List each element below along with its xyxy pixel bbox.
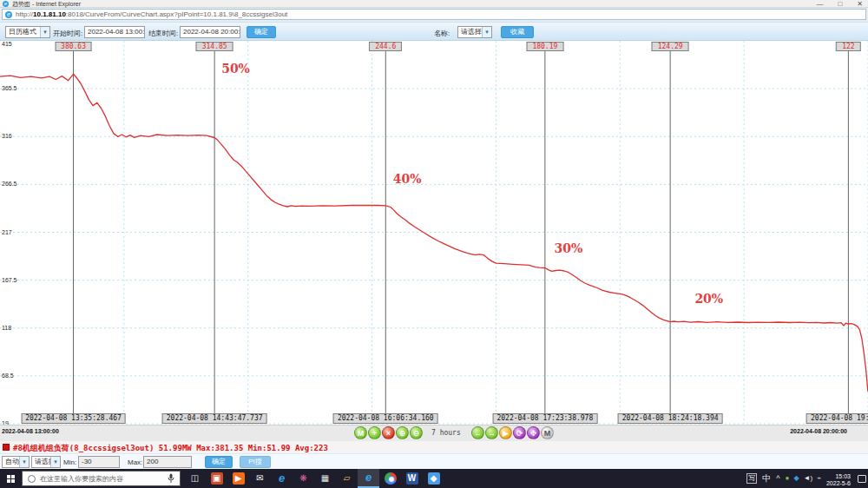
word-icon[interactable]: W [401, 469, 423, 488]
ie-logo-icon: e [3, 1, 9, 7]
search-placeholder: 在这里输入你要搜索的内容 [40, 474, 168, 484]
blue-app-icon[interactable]: ◆ [423, 469, 444, 488]
chart-toolbar: 2022-04-08 13:00:00 M+×⊕⊖ 7 hours ←→▶⟳✥M… [0, 425, 868, 441]
cursor-time-label[interactable]: 2022-04-08 13:35:28.467 [21, 413, 126, 424]
minimize-button[interactable]: — [816, 0, 823, 8]
cursor-time-label[interactable]: 2022-04-08 17:23:38.978 [492, 413, 597, 424]
taskbar-clock[interactable]: 15:03 2022-5-6 [826, 471, 851, 487]
file-explorer-icon[interactable]: ▱ [336, 469, 358, 488]
calculator-icon: ▦ [319, 472, 332, 485]
calculator-icon[interactable]: ▦ [314, 469, 336, 488]
cursor-value-label[interactable]: 124.29 [652, 42, 689, 51]
task-view-icon: ◫ [189, 472, 201, 485]
name-label: 名称: [434, 29, 450, 38]
start-time-input[interactable]: 2022-04-08 13:00:00 [84, 26, 145, 38]
cursor-value-label[interactable]: 380.63 [55, 42, 92, 51]
zoom-in-button[interactable]: ⊕ [396, 426, 409, 439]
pan-right-button[interactable]: → [485, 426, 498, 439]
cursor-time-label[interactable]: 2022-04-08 18:24:18.394 [618, 413, 723, 424]
marker-button[interactable]: M [354, 426, 367, 439]
windows-logo-icon [7, 475, 10, 478]
task-view-icon[interactable]: ◫ [184, 469, 206, 488]
end-time-label: 结束时间: [148, 29, 178, 38]
min-input[interactable]: -30 [78, 456, 120, 468]
min-label: Min: [63, 458, 76, 466]
range-ok-button[interactable]: 确定 [205, 456, 233, 468]
paint3d-icon: ❋ [298, 472, 310, 485]
max-label: Max: [128, 458, 142, 466]
cursor-time-label[interactable]: 2022-04-08 16:06:34.160 [333, 413, 438, 424]
chevron-down-icon: ▼ [50, 457, 60, 467]
store-icon: ▣ [211, 472, 223, 485]
chevron-down-icon: ▼ [19, 457, 29, 467]
media-player-icon: ▶ [233, 472, 245, 485]
percent-annotation: 20% [694, 292, 723, 306]
fit-view-button[interactable]: ✥ [527, 426, 540, 439]
ie-page-icon: e [5, 11, 12, 18]
cursor-value-label[interactable]: 244.6 [369, 42, 402, 51]
date-format-select[interactable]: 日历格式▼ [5, 26, 50, 38]
max-input[interactable]: 200 [143, 456, 192, 468]
volume-icon[interactable]: ◄) [804, 469, 813, 488]
taskbar-search-input[interactable]: 在这里输入你要搜索的内容 [22, 471, 181, 486]
file-explorer-icon: ▱ [341, 472, 353, 485]
cursor-time-label[interactable]: 2022-04-08 14:43:47.737 [162, 413, 267, 424]
pan-left-button[interactable]: ← [471, 426, 484, 439]
windows-taskbar: 在这里输入你要搜索的内容 ◫▣▶✉e❋▦▱eW◆ 写 中 ^ ●◆◄)⌁ 15:… [0, 469, 868, 488]
name-select[interactable]: 请选择▼ [457, 26, 492, 38]
percent-annotation: 30% [554, 241, 582, 255]
cursor-value-label[interactable]: 122 [836, 42, 860, 51]
ime-language-indicator[interactable]: 中 [762, 469, 771, 488]
query-ok-button[interactable]: 确定 [247, 26, 276, 38]
add-curve-button[interactable]: + [368, 426, 381, 439]
start-time-label: 开始时间: [53, 29, 82, 38]
tray-chevron-icon[interactable]: ^ [776, 469, 779, 488]
start-button[interactable] [0, 469, 21, 488]
cursor-value-label[interactable]: 180.19 [526, 42, 563, 51]
delete-curve-button[interactable]: × [382, 426, 395, 439]
tray-blue-icon[interactable]: ◆ [793, 469, 799, 488]
taskbar-app-icons: ◫▣▶✉e❋▦▱eW◆ [184, 469, 444, 488]
toolbar-right-group: ←→▶⟳✥M [471, 426, 554, 439]
play-button[interactable]: ▶ [499, 426, 512, 439]
mail-icon[interactable]: ✉ [249, 469, 271, 488]
tray-green-icon[interactable]: ● [786, 469, 790, 488]
y-axis-tick-label: 68.5 [2, 373, 14, 379]
internet-explorer-icon: e [363, 472, 375, 484]
ime-mode-icon[interactable]: 写 [746, 473, 757, 484]
chevron-down-icon: ▼ [482, 27, 491, 37]
chevron-down-icon: ▼ [40, 27, 49, 37]
range-bar: 自动▼ 请选择▼ Min: -30 Max: 200 确定 PI搜索 [0, 453, 868, 469]
mail-icon: ✉ [254, 472, 266, 485]
paint3d-icon[interactable]: ❋ [293, 469, 314, 488]
edge-icon: e [276, 472, 288, 485]
y-axis-tick-label: 415 [2, 41, 12, 47]
time-span-label: 7 hours [431, 429, 461, 437]
trend-chart[interactable]: 415365.5316266.5217167.511868.519380.632… [0, 41, 868, 425]
scale-mode-select[interactable]: 自动▼ [2, 456, 30, 468]
chart-end-time: 2022-04-08 20:00:00 [790, 428, 847, 434]
store-icon[interactable]: ▣ [206, 469, 227, 488]
link-icon[interactable]: ⌁ [817, 469, 821, 488]
y-axis-tick-label: 365.5 [2, 85, 17, 91]
cursor-time-label[interactable]: 2022-04-08 19:50:3 [806, 413, 868, 424]
zoom-out-button[interactable]: ⊖ [410, 426, 423, 439]
point-select[interactable]: 请选择▼ [31, 456, 61, 468]
notification-center-icon[interactable] [858, 475, 866, 483]
favorite-button[interactable]: 收藏 [501, 26, 534, 38]
internet-explorer-icon[interactable]: e [358, 469, 379, 488]
trend-curve [0, 74, 868, 392]
pi-search-button[interactable]: PI搜索 [240, 456, 271, 468]
refresh-button[interactable]: ⟳ [513, 426, 526, 439]
url-input[interactable]: e http://10.1.81.10:8018/CurveFrom/Curve… [2, 9, 866, 20]
y-axis-tick-label: 167.5 [2, 277, 17, 283]
close-button[interactable]: ✕ [857, 0, 863, 8]
maximize-button[interactable]: □ [838, 0, 842, 8]
y-axis-tick-label: 316 [2, 133, 12, 139]
cursor-value-label[interactable]: 314.85 [196, 42, 233, 51]
edge-icon[interactable]: e [271, 469, 293, 488]
chrome-icon[interactable] [379, 469, 401, 488]
media-player-icon[interactable]: ▶ [227, 469, 249, 488]
marker-off-button[interactable]: M [541, 426, 554, 439]
end-time-input[interactable]: 2022-04-08 20:00:00 [180, 26, 240, 38]
